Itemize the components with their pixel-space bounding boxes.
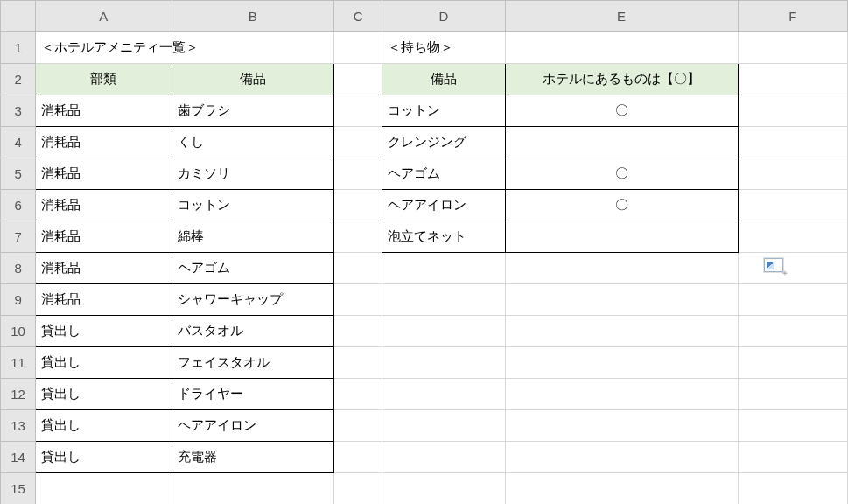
cell-A2[interactable]: 部類 [36,64,172,95]
col-header-F[interactable]: F [738,1,847,32]
cell-C12[interactable] [334,379,382,410]
col-header-D[interactable]: D [382,1,505,32]
cell-B3[interactable]: 歯ブラシ [172,95,334,127]
row-header-10[interactable]: 10 [1,316,36,347]
row-header-6[interactable]: 6 [1,190,36,221]
row-header-5[interactable]: 5 [1,158,36,190]
row-header-15[interactable]: 15 [1,473,36,505]
cell-B2[interactable]: 備品 [172,64,334,95]
cell-A15[interactable] [36,473,172,505]
cell-F5[interactable] [738,158,847,190]
cell-F12[interactable] [738,379,847,410]
row-header-9[interactable]: 9 [1,284,36,316]
cell-C13[interactable] [334,410,382,442]
cell-A9[interactable]: 消耗品 [36,284,172,316]
cell-E12[interactable] [505,379,738,410]
row-header-8[interactable]: 8 [1,253,36,284]
cell-A14[interactable]: 貸出し [36,442,172,473]
cell-C8[interactable] [334,253,382,284]
cell-C7[interactable] [334,221,382,253]
cell-E5[interactable]: 〇 [505,158,738,190]
cell-C6[interactable] [334,190,382,221]
row-header-7[interactable]: 7 [1,221,36,253]
cell-E8[interactable] [505,253,738,284]
cell-B5[interactable]: カミソリ [172,158,334,190]
cell-C2[interactable] [334,64,382,95]
cell-A3[interactable]: 消耗品 [36,95,172,127]
cell-D11[interactable] [382,347,505,379]
cell-D2[interactable]: 備品 [382,64,505,95]
cell-B9[interactable]: シャワーキャップ [172,284,334,316]
cell-A8[interactable]: 消耗品 [36,253,172,284]
cell-F1[interactable] [738,32,847,64]
cell-B6[interactable]: コットン [172,190,334,221]
cell-D10[interactable] [382,316,505,347]
cell-E14[interactable] [505,442,738,473]
autofill-options-icon[interactable]: ＋ [764,258,783,272]
cell-F6[interactable] [738,190,847,221]
cell-C9[interactable] [334,284,382,316]
cell-F8[interactable] [738,253,847,284]
cell-E11[interactable] [505,347,738,379]
cell-D15[interactable] [382,473,505,505]
row-header-1[interactable]: 1 [1,32,36,64]
spreadsheet-grid[interactable]: A B C D E F 1 ＜ホテルアメニティ一覧＞ ＜持ち物＞ 2 部類 備品… [0,0,848,504]
cell-D7[interactable]: 泡立てネット [382,221,505,253]
cell-F9[interactable] [738,284,847,316]
cell-E13[interactable] [505,410,738,442]
cell-E4[interactable] [505,127,738,158]
row-header-4[interactable]: 4 [1,127,36,158]
cell-C14[interactable] [334,442,382,473]
cell-A13[interactable]: 貸出し [36,410,172,442]
cell-B12[interactable]: ドライヤー [172,379,334,410]
cell-C1[interactable] [334,32,382,64]
row-header-3[interactable]: 3 [1,95,36,127]
cell-E1[interactable] [505,32,738,64]
cell-A6[interactable]: 消耗品 [36,190,172,221]
col-header-E[interactable]: E [505,1,738,32]
cell-F7[interactable] [738,221,847,253]
cell-B7[interactable]: 綿棒 [172,221,334,253]
cell-D8[interactable] [382,253,505,284]
cell-E10[interactable] [505,316,738,347]
cell-A1[interactable]: ＜ホテルアメニティ一覧＞ [36,32,334,64]
cell-C10[interactable] [334,316,382,347]
cell-D13[interactable] [382,410,505,442]
cell-F15[interactable] [738,473,847,505]
col-header-C[interactable]: C [334,1,382,32]
cell-F14[interactable] [738,442,847,473]
cell-D12[interactable] [382,379,505,410]
cell-C5[interactable] [334,158,382,190]
cell-E9[interactable] [505,284,738,316]
cell-E6[interactable]: 〇 [505,190,738,221]
cell-D6[interactable]: ヘアアイロン [382,190,505,221]
cell-F2[interactable] [738,64,847,95]
cell-B10[interactable]: バスタオル [172,316,334,347]
cell-D3[interactable]: コットン [382,95,505,127]
row-header-11[interactable]: 11 [1,347,36,379]
cell-F3[interactable] [738,95,847,127]
col-header-B[interactable]: B [172,1,334,32]
cell-B13[interactable]: ヘアアイロン [172,410,334,442]
cell-E3[interactable]: 〇 [505,95,738,127]
cell-E2[interactable]: ホテルにあるものは【〇】 [505,64,738,95]
row-header-12[interactable]: 12 [1,379,36,410]
cell-A7[interactable]: 消耗品 [36,221,172,253]
cell-C11[interactable] [334,347,382,379]
cell-D9[interactable] [382,284,505,316]
cell-F10[interactable] [738,316,847,347]
cell-A5[interactable]: 消耗品 [36,158,172,190]
row-header-13[interactable]: 13 [1,410,36,442]
cell-B11[interactable]: フェイスタオル [172,347,334,379]
cell-D4[interactable]: クレンジング [382,127,505,158]
cell-A10[interactable]: 貸出し [36,316,172,347]
select-all-corner[interactable] [1,1,36,32]
cell-C4[interactable] [334,127,382,158]
col-header-A[interactable]: A [36,1,172,32]
cell-A4[interactable]: 消耗品 [36,127,172,158]
cell-D5[interactable]: ヘアゴム [382,158,505,190]
row-header-14[interactable]: 14 [1,442,36,473]
row-header-2[interactable]: 2 [1,64,36,95]
cell-C3[interactable] [334,95,382,127]
cell-B15[interactable] [172,473,334,505]
